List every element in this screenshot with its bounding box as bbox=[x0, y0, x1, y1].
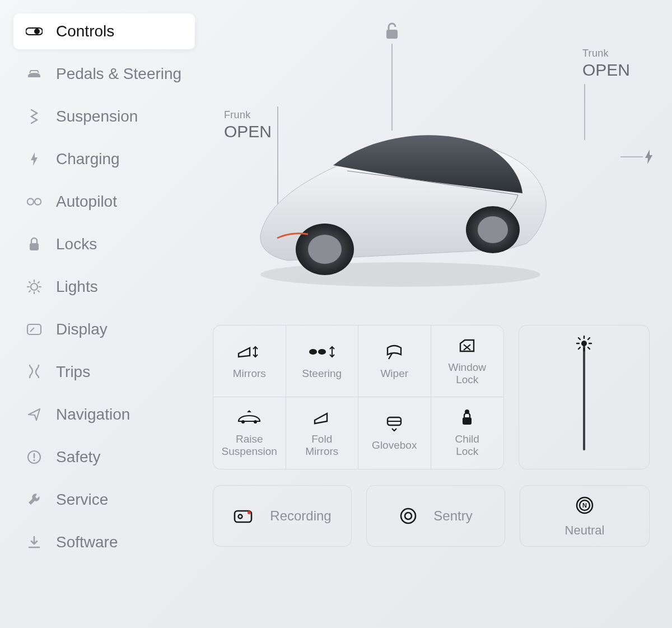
sidebar-item-suspension[interactable]: Suspension bbox=[13, 99, 195, 134]
quick-label: Mirrors bbox=[233, 368, 266, 380]
sentry-label: Sentry bbox=[433, 508, 472, 524]
main-panel: Frunk OPEN Trunk OPEN bbox=[202, 0, 672, 628]
quick-label: Glovebox bbox=[372, 439, 417, 452]
svg-rect-19 bbox=[386, 30, 398, 39]
svg-point-26 bbox=[318, 349, 326, 355]
sidebar-item-lights[interactable]: Lights bbox=[13, 269, 195, 305]
recording-button[interactable]: Recording bbox=[213, 485, 352, 547]
svg-line-41 bbox=[588, 338, 590, 339]
sidebar-item-label: Display bbox=[56, 320, 108, 338]
svg-text:N: N bbox=[582, 502, 587, 509]
sidebar-item-label: Controls bbox=[56, 22, 114, 40]
download-icon bbox=[26, 534, 43, 551]
unlock-icon[interactable] bbox=[381, 20, 403, 42]
sidebar-item-autopilot[interactable]: Autopilot bbox=[13, 184, 195, 220]
sidebar-item-controls[interactable]: Controls bbox=[13, 13, 195, 49]
lock-icon bbox=[26, 236, 43, 253]
charge-port-icon[interactable] bbox=[643, 148, 655, 165]
sidebar-item-navigation[interactable]: Navigation bbox=[13, 397, 195, 432]
quick-child-lock[interactable]: Child Lock bbox=[431, 397, 504, 469]
sidebar-item-service[interactable]: Service bbox=[13, 482, 195, 518]
mirror-adjust-icon bbox=[236, 343, 262, 361]
car-icon bbox=[26, 66, 43, 82]
svg-rect-33 bbox=[463, 417, 472, 425]
wiper-icon bbox=[384, 343, 404, 361]
bolt-icon bbox=[26, 151, 43, 168]
sidebar-item-label: Suspension bbox=[56, 108, 138, 125]
svg-point-1 bbox=[34, 29, 40, 34]
callout-line bbox=[620, 156, 643, 157]
brightness-slider[interactable] bbox=[519, 325, 650, 469]
sidebar-item-label: Software bbox=[56, 533, 118, 551]
trunk-label: Trunk bbox=[582, 48, 630, 59]
quick-label: Window Lock bbox=[448, 361, 486, 386]
brightness-sun-icon bbox=[576, 335, 592, 352]
svg-point-22 bbox=[308, 235, 342, 264]
neutral-label: Neutral bbox=[565, 523, 605, 538]
steering-adjust-icon bbox=[307, 343, 337, 361]
neutral-gear-icon: N bbox=[573, 494, 596, 517]
svg-point-46 bbox=[401, 509, 416, 523]
alert-circle-icon bbox=[26, 449, 43, 466]
svg-point-28 bbox=[241, 420, 245, 424]
sidebar-item-safety[interactable]: Safety bbox=[13, 439, 195, 475]
svg-point-34 bbox=[581, 341, 587, 346]
svg-point-3 bbox=[35, 198, 41, 204]
raise-suspension-icon bbox=[235, 408, 263, 426]
svg-point-18 bbox=[33, 459, 35, 461]
sidebar-item-charging[interactable]: Charging bbox=[13, 141, 195, 177]
sidebar-item-label: Trips bbox=[56, 363, 90, 381]
sidebar-item-pedals-steering[interactable]: Pedals & Steering bbox=[13, 56, 195, 92]
sidebar-item-label: Pedals & Steering bbox=[56, 65, 181, 83]
quick-steering[interactable]: Steering bbox=[286, 325, 359, 397]
bulb-icon bbox=[26, 278, 43, 295]
sidebar-item-label: Lights bbox=[56, 278, 98, 296]
quick-fold-mirrors[interactable]: Fold Mirrors bbox=[286, 397, 359, 469]
quick-controls-grid: Mirrors Steering Wiper Window Lock bbox=[213, 325, 504, 469]
wrench-icon bbox=[26, 491, 43, 508]
tablet-icon bbox=[26, 321, 43, 338]
svg-point-45 bbox=[248, 511, 251, 514]
svg-point-29 bbox=[254, 420, 257, 424]
sentry-button[interactable]: Sentry bbox=[366, 485, 505, 547]
svg-line-40 bbox=[588, 347, 590, 349]
sidebar-item-label: Safety bbox=[56, 448, 100, 466]
nav-arrow-icon bbox=[26, 406, 43, 423]
neutral-button[interactable]: N Neutral bbox=[520, 485, 650, 547]
callout-line bbox=[584, 84, 585, 140]
quick-label: Fold Mirrors bbox=[305, 433, 338, 458]
sidebar-item-locks[interactable]: Locks bbox=[13, 226, 195, 262]
svg-rect-14 bbox=[27, 324, 41, 334]
svg-line-13 bbox=[29, 291, 30, 292]
dashcam-icon bbox=[233, 508, 254, 524]
svg-point-5 bbox=[31, 283, 38, 290]
svg-line-15 bbox=[30, 328, 34, 332]
svg-rect-4 bbox=[30, 243, 39, 250]
quick-label: Steering bbox=[302, 368, 342, 380]
sidebar-item-software[interactable]: Software bbox=[13, 524, 195, 560]
quick-mirrors[interactable]: Mirrors bbox=[213, 325, 286, 397]
svg-point-24 bbox=[478, 216, 508, 243]
car-render bbox=[244, 95, 557, 291]
sidebar-item-display[interactable]: Display bbox=[13, 311, 195, 347]
quick-label: Wiper bbox=[380, 368, 408, 380]
svg-point-20 bbox=[260, 262, 540, 287]
shock-icon bbox=[26, 108, 43, 125]
glovebox-icon bbox=[385, 415, 403, 432]
trunk-action: OPEN bbox=[582, 61, 630, 80]
quick-label: Raise Suspension bbox=[222, 433, 277, 458]
sidebar-item-label: Navigation bbox=[56, 406, 130, 424]
car-visualization: Frunk OPEN Trunk OPEN bbox=[213, 11, 650, 325]
quick-window-lock[interactable]: Window Lock bbox=[431, 325, 504, 397]
trunk-button[interactable]: Trunk OPEN bbox=[582, 48, 630, 80]
quick-raise-suspension[interactable]: Raise Suspension bbox=[213, 397, 286, 469]
fold-mirror-icon bbox=[312, 408, 332, 426]
child-lock-icon bbox=[460, 408, 474, 426]
sidebar-item-label: Charging bbox=[56, 150, 120, 168]
slider-icon bbox=[26, 23, 43, 40]
sentry-icon bbox=[399, 506, 418, 525]
sidebar-item-trips[interactable]: Trips bbox=[13, 354, 195, 390]
window-lock-icon bbox=[458, 337, 476, 355]
quick-wiper[interactable]: Wiper bbox=[358, 325, 431, 397]
quick-glovebox[interactable]: Glovebox bbox=[358, 397, 431, 469]
